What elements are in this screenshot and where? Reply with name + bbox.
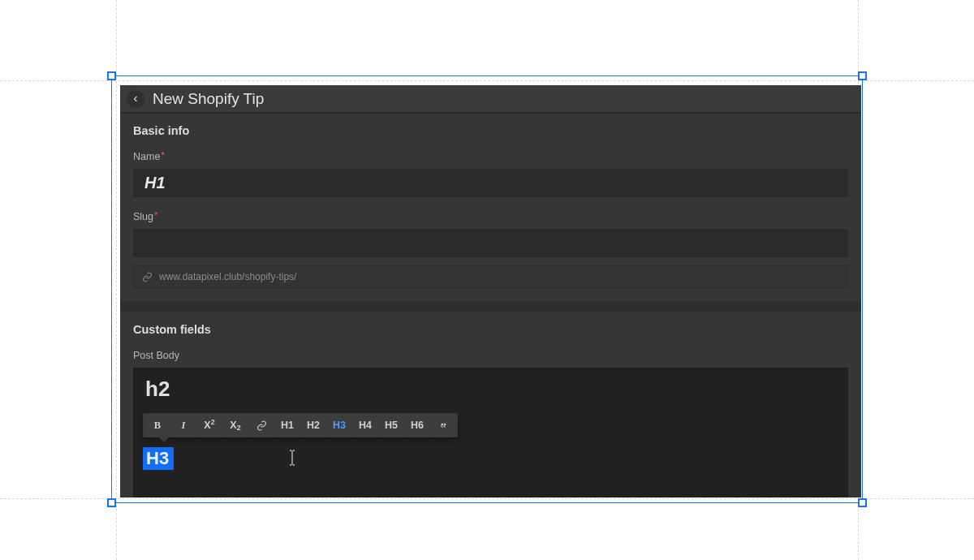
subscript-x: X — [230, 420, 236, 431]
h1-button[interactable]: H1 — [275, 415, 300, 436]
post-body-label: Post Body — [133, 350, 179, 361]
bold-button[interactable]: B — [145, 415, 170, 436]
editor-selection-line[interactable]: H3 — [145, 447, 836, 470]
slug-url-text: www.datapixel.club/shopify-tips/ — [159, 271, 296, 282]
format-toolbar: B I X2 X2 H1 H2 H3 H4 H5 H6 — [143, 413, 458, 437]
resize-handle-bottom-right[interactable] — [858, 498, 867, 507]
name-label-text: Name — [133, 151, 160, 162]
guide-vert-left — [116, 0, 117, 560]
cms-panel: New Shopify Tip Basic info Name* Slug* w… — [120, 85, 861, 498]
resize-handle-top-right[interactable] — [858, 71, 867, 80]
resize-handle-top-left[interactable] — [107, 71, 116, 80]
subscript-2: 2 — [237, 424, 241, 432]
superscript-button[interactable]: X2 — [197, 415, 222, 436]
editor-line-h2[interactable]: h2 — [145, 377, 836, 402]
slug-field-label: Slug* — [133, 211, 157, 222]
rich-text-editor[interactable]: h2 B I X2 X2 H1 H2 H3 H4 H5 H6 — [133, 368, 848, 498]
link-icon — [256, 420, 267, 431]
slug-label-text: Slug — [133, 211, 153, 222]
selected-h3-text[interactable]: H3 — [143, 447, 174, 470]
slug-url-hint: www.datapixel.club/shopify-tips/ — [133, 265, 848, 288]
link-button[interactable] — [249, 415, 274, 436]
blockquote-button[interactable] — [431, 415, 455, 436]
arrow-left-icon — [131, 94, 140, 104]
back-button[interactable] — [127, 90, 144, 108]
panel-header: New Shopify Tip — [120, 85, 861, 113]
guide-horiz-top — [0, 80, 974, 81]
h4-button[interactable]: H4 — [353, 415, 377, 436]
panel-title: New Shopify Tip — [153, 90, 264, 108]
guide-horiz-bottom — [0, 498, 974, 499]
basic-info-section: Basic info Name* Slug* www.datapixel.clu… — [120, 113, 861, 302]
custom-fields-section: Custom fields Post Body h2 B I X2 X2 H1 … — [120, 312, 861, 498]
required-mark: * — [154, 210, 157, 220]
superscript-2: 2 — [211, 418, 215, 426]
required-mark: * — [161, 150, 164, 160]
h5-button[interactable]: H5 — [379, 415, 403, 436]
quote-icon — [438, 420, 449, 431]
superscript-x: X — [204, 420, 210, 431]
h6-button[interactable]: H6 — [405, 415, 429, 436]
name-input[interactable] — [133, 169, 848, 197]
subscript-button[interactable]: X2 — [223, 415, 248, 436]
h2-button[interactable]: H2 — [301, 415, 325, 436]
text-cursor-icon — [288, 450, 296, 469]
custom-fields-heading: Custom fields — [133, 323, 848, 336]
name-field-label: Name* — [133, 151, 165, 162]
h3-button[interactable]: H3 — [327, 415, 351, 436]
italic-button[interactable]: I — [171, 415, 196, 436]
slug-input[interactable] — [133, 229, 848, 257]
section-divider — [120, 302, 861, 312]
basic-info-heading: Basic info — [133, 124, 848, 137]
link-icon — [142, 272, 153, 282]
resize-handle-bottom-left[interactable] — [107, 498, 116, 507]
